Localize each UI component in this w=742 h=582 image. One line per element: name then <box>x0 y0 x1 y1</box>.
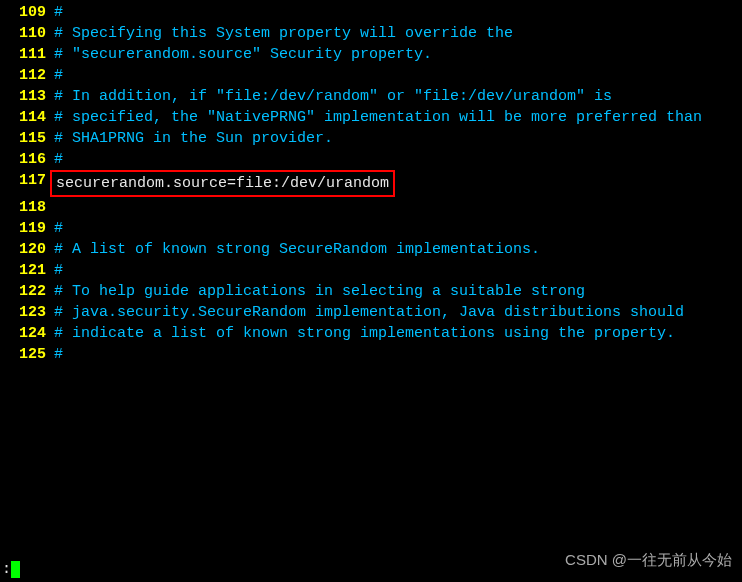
line-number: 115 <box>0 128 54 149</box>
code-line[interactable]: 118 <box>0 197 742 218</box>
line-number: 125 <box>0 344 54 365</box>
line-content[interactable]: # <box>54 2 742 23</box>
line-number: 118 <box>0 197 54 218</box>
code-line[interactable]: 109# <box>0 2 742 23</box>
line-number: 120 <box>0 239 54 260</box>
line-number: 110 <box>0 23 54 44</box>
line-content[interactable]: # java.security.SecureRandom implementat… <box>54 302 742 323</box>
code-text: securerandom.source=file:/dev/urandom <box>56 175 389 192</box>
watermark: CSDN @一往无前从今始 <box>565 551 732 570</box>
code-line[interactable]: 113# In addition, if "file:/dev/random" … <box>0 86 742 107</box>
line-content[interactable]: # <box>54 149 742 170</box>
code-line[interactable]: 119# <box>0 218 742 239</box>
code-text: # A list of known strong SecureRandom im… <box>54 241 540 258</box>
line-content[interactable]: # To help guide applications in selectin… <box>54 281 742 302</box>
line-content[interactable]: # SHA1PRNG in the Sun provider. <box>54 128 742 149</box>
cursor <box>11 561 20 578</box>
line-number: 111 <box>0 44 54 65</box>
line-content[interactable]: # <box>54 65 742 86</box>
line-content[interactable]: # <box>54 260 742 281</box>
code-text: # Specifying this System property will o… <box>54 25 513 42</box>
line-number: 112 <box>0 65 54 86</box>
line-content[interactable]: securerandom.source=file:/dev/urandom <box>54 170 742 197</box>
code-text: # SHA1PRNG in the Sun provider. <box>54 130 333 147</box>
code-line[interactable]: 124# indicate a list of known strong imp… <box>0 323 742 344</box>
code-line[interactable]: 120# A list of known strong SecureRandom… <box>0 239 742 260</box>
code-line[interactable]: 110# Specifying this System property wil… <box>0 23 742 44</box>
line-content[interactable]: # Specifying this System property will o… <box>54 23 742 44</box>
code-text: # specified, the "NativePRNG" implementa… <box>54 109 702 126</box>
code-line[interactable]: 122# To help guide applications in selec… <box>0 281 742 302</box>
line-number: 119 <box>0 218 54 239</box>
code-line[interactable]: 111# "securerandom.source" Security prop… <box>0 44 742 65</box>
line-content[interactable]: # specified, the "NativePRNG" implementa… <box>54 107 742 128</box>
line-content[interactable]: # <box>54 218 742 239</box>
line-number: 114 <box>0 107 54 128</box>
code-line[interactable]: 121# <box>0 260 742 281</box>
code-text: # <box>54 151 63 168</box>
code-editor[interactable]: 109#110# Specifying this System property… <box>0 0 742 367</box>
code-line[interactable]: 117securerandom.source=file:/dev/urandom <box>0 170 742 197</box>
code-text: # <box>54 220 63 237</box>
line-content[interactable]: # <box>54 344 742 365</box>
status-line[interactable]: : <box>2 561 20 579</box>
code-line[interactable]: 116# <box>0 149 742 170</box>
code-text: # To help guide applications in selectin… <box>54 283 585 300</box>
line-content[interactable]: # A list of known strong SecureRandom im… <box>54 239 742 260</box>
code-text: # "securerandom.source" Security propert… <box>54 46 432 63</box>
code-line[interactable]: 115# SHA1PRNG in the Sun provider. <box>0 128 742 149</box>
line-number: 122 <box>0 281 54 302</box>
code-line[interactable]: 112# <box>0 65 742 86</box>
line-content[interactable]: # In addition, if "file:/dev/random" or … <box>54 86 742 107</box>
line-content[interactable]: # indicate a list of known strong implem… <box>54 323 742 344</box>
line-content[interactable] <box>54 197 742 218</box>
code-text: # <box>54 346 63 363</box>
line-number: 109 <box>0 2 54 23</box>
code-line[interactable]: 114# specified, the "NativePRNG" impleme… <box>0 107 742 128</box>
code-text: # <box>54 4 63 21</box>
line-number: 121 <box>0 260 54 281</box>
code-text: # <box>54 262 63 279</box>
command-prompt: : <box>2 561 11 578</box>
line-content[interactable]: # "securerandom.source" Security propert… <box>54 44 742 65</box>
code-text: # indicate a list of known strong implem… <box>54 325 675 342</box>
line-number: 117 <box>0 170 54 197</box>
code-line[interactable]: 123# java.security.SecureRandom implemen… <box>0 302 742 323</box>
line-number: 124 <box>0 323 54 344</box>
line-number: 123 <box>0 302 54 323</box>
code-text: # <box>54 67 63 84</box>
line-number: 116 <box>0 149 54 170</box>
code-line[interactable]: 125# <box>0 344 742 365</box>
code-text: # java.security.SecureRandom implementat… <box>54 304 684 321</box>
highlight-annotation: securerandom.source=file:/dev/urandom <box>50 170 395 197</box>
line-number: 113 <box>0 86 54 107</box>
code-text: # In addition, if "file:/dev/random" or … <box>54 88 612 105</box>
